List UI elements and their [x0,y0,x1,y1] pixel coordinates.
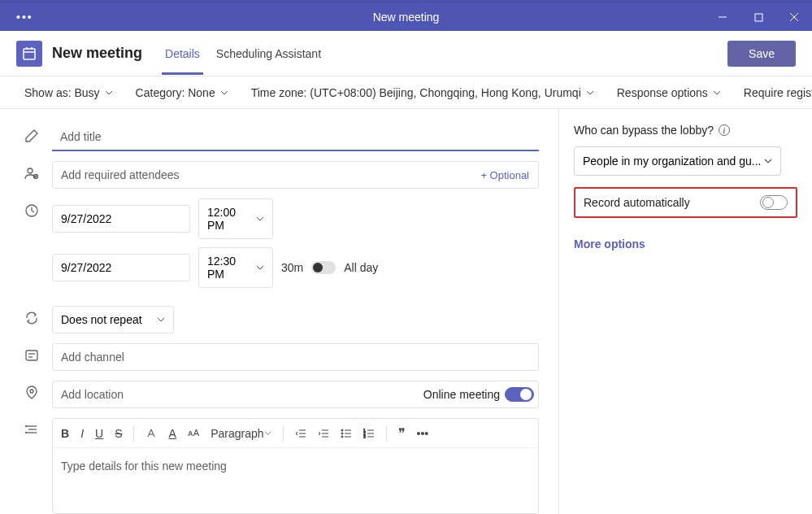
repeat-icon [24,306,52,329]
svg-point-21 [26,433,27,433]
bold-button[interactable]: B [61,427,69,440]
svg-point-8 [28,168,33,173]
indent-button[interactable] [318,429,329,438]
font-size-button[interactable]: ᴀA [188,428,199,438]
info-icon[interactable]: i [719,124,730,136]
save-button[interactable]: Save [727,41,796,67]
options-bar: Show as: Busy Category: None Time zone: … [0,76,812,109]
more-options-link[interactable]: More options [574,237,797,250]
calendar-icon [16,41,42,67]
chevron-down-icon [586,90,594,95]
close-button[interactable] [776,3,812,31]
people-icon [24,161,52,184]
quote-button[interactable]: ❞ [398,425,406,441]
channel-icon [24,343,52,366]
end-time-input[interactable]: 12:30 PM [198,247,273,288]
svg-rect-1 [755,14,762,21]
attendees-input[interactable]: Add required attendees [52,161,539,189]
online-meeting-toggle[interactable] [505,387,534,402]
require-registration-dropdown[interactable]: Require registration: N [744,86,812,99]
svg-point-31 [341,436,343,438]
text-format-icon [24,418,52,441]
chevron-down-icon [157,317,165,322]
lobby-bypass-dropdown[interactable]: People in my organization and gu... [574,146,781,176]
outdent-button[interactable] [295,429,306,438]
italic-button[interactable]: I [80,427,84,440]
main-form: Add title Add required attendees + Optio… [0,109,558,514]
chevron-down-icon [764,159,772,163]
minimize-button[interactable] [705,3,740,31]
all-day-label: All day [344,261,378,274]
record-automatically-row: Record automatically [574,187,797,218]
more-menu-icon[interactable]: ••• [16,11,33,24]
chevron-down-icon [256,216,264,221]
clock-icon [24,198,52,221]
chevron-down-icon [105,90,113,95]
more-format-button[interactable]: ••• [417,427,429,440]
chevron-down-icon [220,90,228,95]
record-label: Record automatically [584,196,690,209]
all-day-toggle[interactable] [311,261,336,274]
window-title: New meeting [373,11,440,24]
end-date-input[interactable]: 9/27/2022 [52,254,190,281]
start-time-input[interactable]: 12:00 PM [198,198,273,239]
maximize-button[interactable] [740,3,776,31]
pencil-icon [24,124,52,146]
svg-rect-4 [24,49,35,59]
svg-point-20 [26,426,27,427]
add-optional-link[interactable]: + Optional [480,169,529,181]
chevron-down-icon [713,90,721,95]
chevron-down-icon [256,265,264,270]
duration-label: 30m [281,261,303,274]
highlight-button[interactable] [145,428,157,439]
svg-point-30 [341,433,343,434]
font-color-button[interactable]: A [168,427,176,440]
underline-button[interactable]: U [95,427,103,440]
description-editor: B I U S A ᴀA Paragraph 123 [52,418,539,514]
description-textarea[interactable]: Type details for this new meeting [53,448,538,513]
tab-details[interactable]: Details [157,33,208,75]
show-as-dropdown[interactable]: Show as: Busy [24,86,113,99]
start-date-input[interactable]: 9/27/2022 [52,205,190,233]
top-toolbar: New meeting Details Scheduling Assistant… [0,31,812,76]
svg-point-29 [341,429,343,431]
lobby-label: Who can bypass the lobby? i [574,124,797,137]
response-options-dropdown[interactable]: Response options [617,86,721,99]
title-input[interactable]: Add title [52,124,539,151]
page-title: New meeting [52,45,142,62]
channel-input[interactable]: Add channel [52,343,539,371]
repeat-dropdown[interactable]: Does not repeat [52,306,174,333]
tab-scheduling-assistant[interactable]: Scheduling Assistant [208,33,329,75]
location-icon [24,381,52,403]
svg-rect-13 [26,351,37,360]
svg-point-16 [30,390,33,393]
side-panel: Who can bypass the lobby? i People in my… [558,109,812,514]
window-header: ••• New meeting [0,3,812,31]
category-dropdown[interactable]: Category: None [136,86,228,99]
timezone-dropdown[interactable]: Time zone: (UTC+08:00) Beijing, Chongqin… [251,86,594,99]
svg-text:3: 3 [363,434,366,438]
record-automatically-toggle[interactable] [760,195,788,210]
number-list-button[interactable]: 123 [363,429,375,438]
paragraph-dropdown[interactable]: Paragraph [211,427,271,440]
bullet-list-button[interactable] [341,429,352,438]
online-meeting-label: Online meeting [423,388,500,401]
strikethrough-button[interactable]: S [115,427,122,440]
